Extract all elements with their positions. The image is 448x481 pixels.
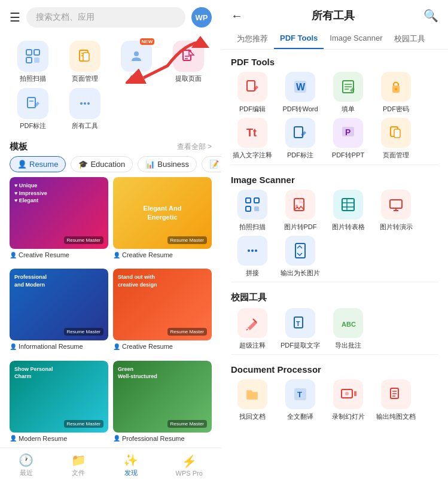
hamburger-icon[interactable]: ☰ <box>10 10 20 25</box>
tab-campus[interactable]: 校园工具 <box>388 29 431 49</box>
fill-form-label: 填单 <box>342 105 355 113</box>
search-input[interactable]: 搜索文档、应用 <box>26 7 185 28</box>
tool-pdf-note[interactable]: PDF标注 <box>10 88 57 130</box>
fill-form-icon <box>333 72 363 102</box>
img-slide-icon <box>381 190 411 220</box>
search-icon[interactable]: 🔍 <box>423 8 438 23</box>
right-tool-record-ppt[interactable]: 录制幻灯片 <box>327 379 370 421</box>
svg-rect-35 <box>254 198 259 203</box>
tab-campus-label: 校园工具 <box>394 34 425 43</box>
nav-recent[interactable]: 🕐 最近 <box>19 453 33 477</box>
svg-line-52 <box>246 329 248 330</box>
view-all-button[interactable]: 查看全部 > <box>177 142 212 152</box>
search-bar: ☰ 搜索文档、应用 WP <box>0 0 221 35</box>
nav-files[interactable]: 📁 文件 <box>71 453 86 477</box>
tab-pdf-tools[interactable]: PDF Tools <box>274 29 324 49</box>
right-tool-long-img[interactable]: 输出为长图片 <box>279 236 322 277</box>
nav-recent-label: 最近 <box>20 468 33 477</box>
right-tool-super-note[interactable]: 超级注释 <box>231 308 274 349</box>
long-img-icon <box>285 236 315 266</box>
right-header: ← 所有工具 🔍 <box>221 0 448 29</box>
img-slide-label: 图片转演示 <box>380 223 413 231</box>
right-tool-fill-form[interactable]: 填单 <box>327 72 370 113</box>
svg-rect-0 <box>26 50 32 55</box>
tab-business[interactable]: 📊 Business <box>138 156 197 172</box>
right-tool-translate[interactable]: T 全文翻译 <box>279 379 322 421</box>
export-note-icon: ABC <box>333 308 363 338</box>
nav-discover[interactable]: ✨ 发现 <box>123 453 138 477</box>
template-card-1[interactable]: ♥ Unique♥ Impressive♥ Elegant Resume Mas… <box>10 177 108 264</box>
tab-education[interactable]: 🎓 Education <box>71 156 133 172</box>
svg-point-48 <box>251 249 254 252</box>
right-tool-page-mgr[interactable]: 页面管理 <box>374 118 417 159</box>
right-tool-pdf-note[interactable]: PDF标注 <box>279 118 322 159</box>
tab-resume[interactable]: 👤 Resume <box>10 156 66 172</box>
tab-recommend[interactable]: 为您推荐 <box>231 29 274 49</box>
long-img-label: 输出为长图片 <box>281 269 320 277</box>
right-tool-insert-text[interactable]: Tt 插入文字注释 <box>231 118 274 159</box>
svg-rect-33 <box>394 129 400 138</box>
svg-point-14 <box>80 102 83 105</box>
pdf-note-icon <box>17 88 48 119</box>
template-section-header: 模板 查看全部 > <box>0 136 221 156</box>
nav-files-label: 文件 <box>72 468 85 477</box>
nav-wps-pro[interactable]: ⚡ WPS Pro <box>176 454 203 477</box>
right-tool-pdf-ppt[interactable]: P PDF转PPT <box>327 118 370 159</box>
right-tool-img-pdf[interactable]: 图片转PDF <box>279 190 322 231</box>
tab-education-label: Education <box>90 160 125 169</box>
insert-text-label: 插入文字注释 <box>233 151 272 159</box>
svg-rect-3 <box>34 57 39 63</box>
tool-extract[interactable]: 提取页面 <box>165 41 212 83</box>
template-card-6[interactable]: GreenWell-structured Resume Master 👤 Pro… <box>113 361 212 447</box>
pdf-word-label: PDF转Word <box>282 105 318 113</box>
right-tool-img-slide[interactable]: 图片转演示 <box>374 190 417 231</box>
right-tool-find-doc[interactable]: 找回文档 <box>231 379 274 421</box>
template-card-5[interactable]: Show PersonalCharm Resume Master 👤 Moder… <box>10 361 108 447</box>
pdf-tools-row-1: PDF编辑 W PDF转Word 填单 PDF密码 <box>231 72 438 113</box>
template-card-3[interactable]: Professionaland Modern Resume Master 👤 I… <box>10 269 108 355</box>
discover-icon: ✨ <box>123 453 138 467</box>
right-tool-pdf-edit[interactable]: PDF编辑 <box>231 72 274 113</box>
svg-rect-50 <box>295 243 305 258</box>
templates-grid: ♥ Unique♥ Impressive♥ Elegant Resume Mas… <box>0 177 221 447</box>
record-ppt-icon <box>333 379 363 409</box>
tool-all-tools-label: 所有工具 <box>72 121 98 130</box>
right-tool-pdf-word[interactable]: W PDF转Word <box>279 72 322 113</box>
image-scanner-row-1: 拍照扫描 图片转PDF 图片转表格 图片转演示 <box>231 190 438 231</box>
svg-text:Tt: Tt <box>246 127 257 139</box>
right-content: PDF Tools PDF编辑 W PDF转Word 填单 <box>221 50 448 481</box>
tab-image-scanner[interactable]: Image Scanner <box>324 29 388 49</box>
back-icon[interactable]: ← <box>231 9 243 23</box>
template-card-4[interactable]: Stand out withcreative design Resume Mas… <box>113 269 212 355</box>
tool-resume[interactable]: NEW 简历 <box>113 41 160 83</box>
resume-icon: NEW <box>121 41 152 72</box>
tool-page-mgr[interactable]: 页面管理 <box>62 41 109 83</box>
tool-resume-label: 简历 <box>130 74 143 83</box>
right-tool-pdf-pwd[interactable]: PDF密码 <box>374 72 417 113</box>
super-note-label: 超级注释 <box>239 341 266 349</box>
nav-discover-label: 发现 <box>124 468 138 477</box>
right-tool-export-note[interactable]: ABC 导出批注 <box>327 308 370 349</box>
scan-right-icon <box>237 190 267 220</box>
pdf-tools-section-title: PDF Tools <box>231 50 438 72</box>
tool-all-tools[interactable]: 所有工具 <box>62 88 109 130</box>
tab-letter[interactable]: 📝 Letter <box>202 156 221 172</box>
svg-point-27 <box>395 88 397 90</box>
right-tool-splice[interactable]: 拼接 <box>231 236 274 277</box>
template-card-2[interactable]: Elegant AndEnergetic Resume Master 👤 Cre… <box>113 177 212 264</box>
right-tool-export-line[interactable]: 输出纯图文档 <box>374 379 417 421</box>
tool-scan-label: 拍照扫描 <box>20 74 46 83</box>
pdf-edit-icon <box>237 72 267 102</box>
super-note-icon <box>237 308 267 338</box>
tool-scan[interactable]: 拍照扫描 <box>10 41 57 83</box>
right-tool-scan[interactable]: 拍照扫描 <box>231 190 274 231</box>
template-name-5: Modern Resume <box>19 435 67 442</box>
image-scanner-section-title: Image Scanner <box>231 168 438 190</box>
right-tool-img-table[interactable]: 图片转表格 <box>327 190 370 231</box>
right-tool-pdf-extract[interactable]: T PDF提取文字 <box>279 308 322 349</box>
svg-rect-1 <box>34 50 39 55</box>
svg-marker-59 <box>354 391 356 396</box>
find-doc-label: 找回文档 <box>239 412 266 421</box>
avatar[interactable]: WP <box>191 7 212 28</box>
img-pdf-icon <box>285 190 315 220</box>
